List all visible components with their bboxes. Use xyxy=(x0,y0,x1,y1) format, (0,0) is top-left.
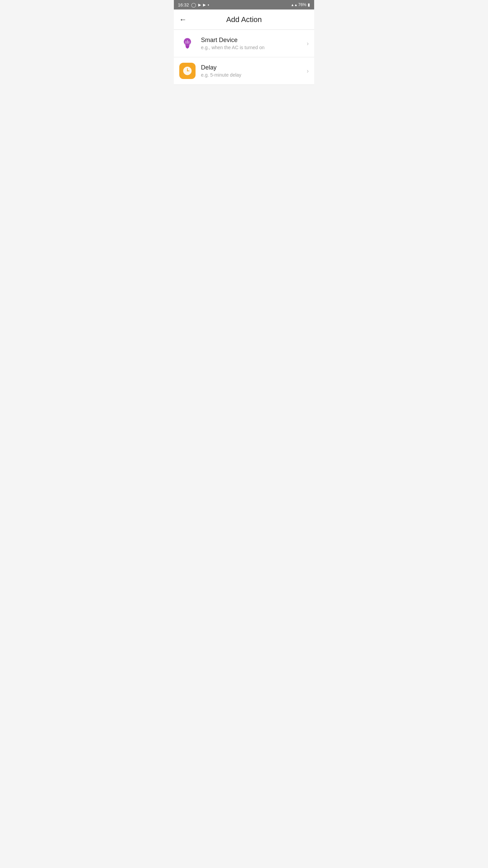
instagram-icon: ◯ xyxy=(191,2,196,7)
back-button[interactable]: ← xyxy=(179,15,187,24)
smart-device-title: Smart Device xyxy=(201,37,304,44)
app-bar: ← Add Action xyxy=(174,9,314,30)
smart-device-item[interactable]: Smart Device e.g., when the AC is turned… xyxy=(174,30,314,57)
status-bar-left: 16:32 ◯ ▶ ▶ ● xyxy=(178,2,209,7)
youtube-icon: ▶ xyxy=(198,3,201,7)
wifi-icon: ▴ xyxy=(291,2,293,7)
delay-chevron: › xyxy=(307,67,309,75)
svg-rect-6 xyxy=(187,48,188,48)
svg-point-11 xyxy=(187,71,188,72)
action-list: Smart Device e.g., when the AC is turned… xyxy=(174,30,314,85)
time-display: 16:32 xyxy=(178,2,189,7)
battery-label: 76% xyxy=(298,2,306,7)
smart-device-text: Smart Device e.g., when the AC is turned… xyxy=(201,37,304,50)
page-title: Add Action xyxy=(226,15,262,24)
delay-item[interactable]: Delay e.g. 5-minute delay › xyxy=(174,57,314,85)
content-area: Smart Device e.g., when the AC is turned… xyxy=(174,30,314,85)
delay-subtitle: e.g. 5-minute delay xyxy=(201,72,304,78)
signal-icon: ▴ xyxy=(295,2,297,7)
svg-rect-4 xyxy=(186,46,189,47)
back-arrow-icon: ← xyxy=(179,15,187,24)
delay-title: Delay xyxy=(201,64,304,71)
status-bar: 16:32 ◯ ▶ ▶ ● ▴ ▴ 76% ▮ xyxy=(174,0,314,9)
svg-rect-5 xyxy=(186,47,189,48)
battery-icon: ▮ xyxy=(308,2,310,7)
status-bar-right: ▴ ▴ 76% ▮ xyxy=(291,2,310,7)
smart-device-subtitle: e.g., when the AC is turned on xyxy=(201,45,304,50)
clock-icon xyxy=(182,65,193,76)
bulb-icon xyxy=(180,36,195,51)
delay-text: Delay e.g. 5-minute delay xyxy=(201,64,304,78)
delay-icon-container xyxy=(179,63,196,79)
youtube-icon-2: ▶ xyxy=(203,3,206,7)
smart-device-chevron: › xyxy=(307,40,309,47)
smart-device-icon-container xyxy=(179,35,196,52)
dot-icon: ● xyxy=(208,3,209,6)
